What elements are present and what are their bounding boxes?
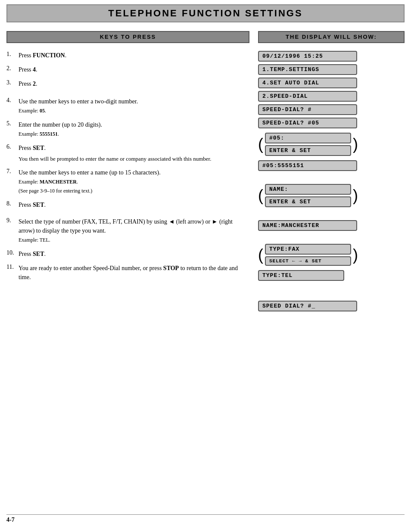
display-set-auto-dial: 4.SET AUTO DIAL [258, 78, 357, 88]
bracket-stacked-1: #05: ENTER & SET [265, 133, 351, 156]
display-name-top: NAME: [265, 184, 351, 195]
display-05-top: #05: [265, 133, 351, 143]
spacer-1 [6, 93, 249, 97]
page-title: TELEPHONE FUNCTION SETTINGS [12, 8, 399, 19]
display-speed-dial-q05: SPEED-DIAL? #05 [258, 118, 357, 128]
display-header: THE DISPLAY WILL SHOW: [258, 31, 405, 43]
bracket-right-1: ) [353, 137, 358, 152]
step-6: 6. Press SET. You then will be prompted … [6, 143, 249, 163]
step-2: 2. Press 4. [6, 65, 249, 74]
step-1: 1. Press FUNCTION. [6, 51, 249, 60]
step-4: 4. Use the number keys to enter a two-di… [6, 97, 249, 115]
display-name-manchester: NAME:MANCHESTER [258, 220, 357, 231]
step-3: 3. Press 2. [6, 79, 249, 88]
bracket-stacked-2: NAME: ENTER & SET [265, 184, 351, 207]
display-select: SELECT ← → & SET [265, 256, 351, 266]
display-datetime: 09/12/1996 15:25 [258, 51, 357, 62]
steps-list: 1. Press FUNCTION. 2. Press 4. 3. Press … [6, 51, 249, 282]
step-9: 9. Select the type of number (FAX, TEL, … [6, 217, 249, 244]
left-column: KEYS TO PRESS 1. Press FUNCTION. 2. Pres… [6, 31, 249, 311]
display-speed-dial-q: SPEED-DIAL? # [258, 104, 357, 115]
step-7: 7. Use the number keys to enter a name (… [6, 168, 249, 195]
display-speed-dial: 2.SPEED-DIAL [258, 91, 357, 102]
display-type-fax: TYPE:FAX [265, 244, 351, 255]
bracket-group-2: ( NAME: ENTER & SET ) [258, 184, 358, 207]
bracket-left-2: ( [258, 188, 263, 203]
bracket-left-3: ( [258, 247, 263, 263]
bracket-left-1: ( [258, 137, 263, 152]
page-footer: 4-7 [6, 514, 405, 523]
bracket-group-3: ( TYPE:FAX SELECT ← → & SET ) [258, 244, 358, 266]
display-boxes: 09/12/1996 15:25 1.TEMP.SETTINGS 4.SET A… [258, 51, 405, 311]
page-header: TELEPHONE FUNCTION SETTINGS [6, 4, 405, 22]
display-temp-settings: 1.TEMP.SETTINGS [258, 64, 357, 75]
step-11: 11. You are ready to enter another Speed… [6, 264, 249, 282]
display-speed-dial-final: SPEED DIAL? #_ [258, 301, 357, 311]
display-enter-set-1: ENTER & SET [265, 145, 351, 156]
keys-header: KEYS TO PRESS [6, 31, 249, 43]
bracket-stacked-3: TYPE:FAX SELECT ← → & SET [265, 244, 351, 266]
step-5: 5. Enter the number (up to 20 digits). E… [6, 120, 249, 138]
bracket-right-3: ) [353, 247, 358, 263]
right-column: THE DISPLAY WILL SHOW: 09/12/1996 15:25 … [258, 31, 405, 311]
display-num-entered: #05:5555151 [258, 160, 357, 171]
bracket-right-2: ) [353, 188, 358, 203]
display-enter-set-2: ENTER & SET [265, 196, 351, 207]
page-number: 4-7 [6, 516, 15, 523]
step-8: 8. Press SET. [6, 200, 249, 209]
display-type-tel: TYPE:TEL [258, 270, 344, 281]
step-10: 10. Press SET. [6, 249, 249, 258]
bracket-group-1: ( #05: ENTER & SET ) [258, 133, 358, 156]
